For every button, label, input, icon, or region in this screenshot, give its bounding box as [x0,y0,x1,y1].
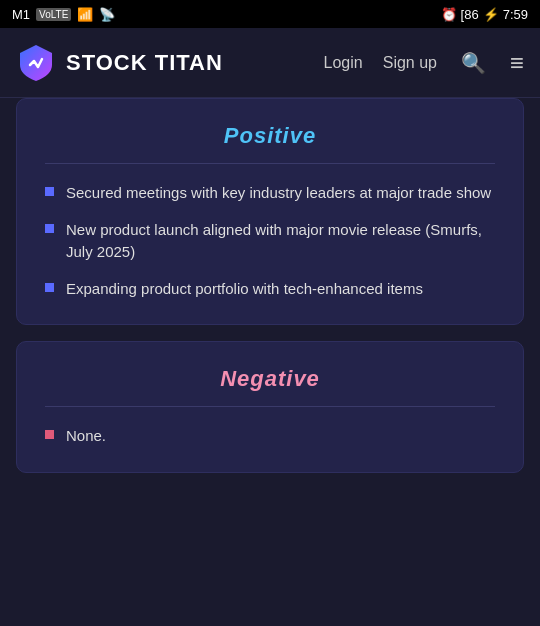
bullet-icon [45,224,54,233]
status-bar: M1 VoLTE 📶 📡 ⏰ [86 ⚡ 7:59 [0,0,540,28]
menu-icon[interactable]: ≡ [510,49,524,77]
positive-divider [45,163,495,164]
status-left: M1 VoLTE 📶 📡 [12,7,115,22]
negative-title: Negative [45,366,495,392]
list-item: Expanding product portfolio with tech-en… [45,278,495,301]
nav-links: Login Sign up 🔍 ≡ [324,49,524,77]
item-text: Secured meetings with key industry leade… [66,182,491,205]
search-icon[interactable]: 🔍 [461,51,486,75]
positive-title: Positive [45,123,495,149]
alarm-icon: ⏰ [441,7,457,22]
main-content: Positive Secured meetings with key indus… [0,98,540,505]
list-item: Secured meetings with key industry leade… [45,182,495,205]
bullet-icon [45,283,54,292]
logo-area: STOCK TITAN [16,43,324,83]
charging-icon: ⚡ [483,7,499,22]
login-link[interactable]: Login [324,54,363,72]
positive-list: Secured meetings with key industry leade… [45,182,495,300]
wifi-icon: 📡 [99,7,115,22]
navbar: STOCK TITAN Login Sign up 🔍 ≡ [0,28,540,98]
list-item: None. [45,425,495,448]
signup-link[interactable]: Sign up [383,54,437,72]
carrier-label: M1 [12,7,30,22]
negative-card: Negative None. [16,341,524,473]
volte-badge: VoLTE [36,8,71,21]
item-text: Expanding product portfolio with tech-en… [66,278,423,301]
battery-label: [86 [461,7,479,22]
negative-list: None. [45,425,495,448]
bullet-icon [45,430,54,439]
signal-icon: 📶 [77,7,93,22]
positive-card: Positive Secured meetings with key indus… [16,98,524,325]
time-label: 7:59 [503,7,528,22]
item-text: None. [66,425,106,448]
status-right: ⏰ [86 ⚡ 7:59 [441,7,528,22]
bullet-icon [45,187,54,196]
logo-text: STOCK TITAN [66,50,223,76]
logo-icon [16,43,56,83]
negative-divider [45,406,495,407]
list-item: New product launch aligned with major mo… [45,219,495,264]
item-text: New product launch aligned with major mo… [66,219,495,264]
